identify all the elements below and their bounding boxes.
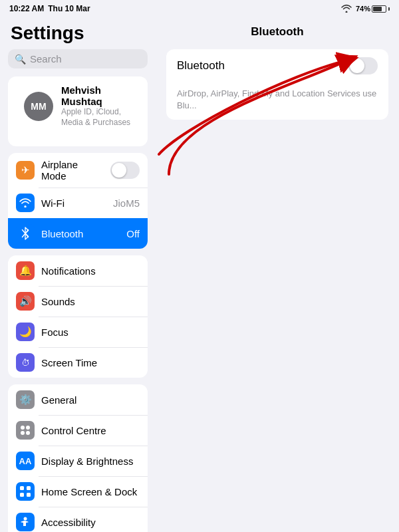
svg-rect-5 [27, 486, 31, 490]
date: Thu 10 Mar [48, 4, 90, 13]
user-info: Mehvish Mushtaq Apple ID, iCloud, Media … [61, 84, 132, 128]
general-icon: ⚙️ [16, 390, 35, 409]
detail-title: Bluetooth [156, 16, 399, 44]
connectivity-group: ✈ Airplane Mode Wi-Fi JioM5 [8, 153, 148, 249]
airplane-icon: ✈ [16, 161, 35, 180]
detail-panel: Bluetooth Bluetooth AirDrop, AirPlay, Fi… [156, 16, 399, 125]
bluetooth-label: Bluetooth [41, 228, 120, 239]
notifications-icon: 🔔 [16, 261, 35, 280]
search-input[interactable] [30, 53, 141, 65]
controlcentre-label: Control Centre [41, 425, 140, 436]
sidebar-item-homescreen[interactable]: Home Screen & Dock [8, 476, 148, 507]
sidebar-item-display[interactable]: AA Display & Brightness [8, 446, 148, 476]
battery-indicator: 74% [356, 5, 390, 13]
sidebar: Settings 🔍 MM Mehvish Mushtaq Apple ID, … [0, 16, 156, 532]
svg-point-0 [21, 426, 25, 430]
bluetooth-value: Off [126, 228, 140, 239]
airplane-label: Airplane Mode [41, 159, 104, 182]
bluetooth-settings-icon [16, 224, 35, 243]
svg-point-1 [26, 426, 30, 430]
display-label: Display & Brightness [41, 456, 140, 467]
svg-rect-7 [27, 493, 31, 497]
screentime-icon: ⏱ [16, 353, 35, 372]
svg-rect-6 [20, 493, 24, 497]
wifi-settings-icon [16, 194, 35, 212]
avatar: MM [24, 92, 53, 121]
bluetooth-detail-label: Bluetooth [177, 59, 225, 72]
sidebar-item-wifi[interactable]: Wi-Fi JioM5 [8, 188, 148, 218]
bluetooth-toggle[interactable] [348, 57, 378, 74]
controlcentre-icon [16, 421, 35, 440]
battery-percent: 74% [356, 5, 370, 13]
bluetooth-row: Bluetooth [166, 49, 388, 82]
wifi-value: JioM5 [113, 198, 140, 209]
sidebar-item-bluetooth[interactable]: Bluetooth Off [8, 218, 148, 249]
sidebar-title: Settings [0, 16, 156, 49]
focus-icon: 🌙 [16, 323, 35, 341]
svg-point-2 [21, 431, 25, 435]
search-icon: 🔍 [15, 54, 26, 65]
user-subtitle: Apple ID, iCloud, Media & Purchases [61, 107, 132, 128]
status-left: 10:22 AM Thu 10 Mar [9, 4, 90, 13]
airplane-toggle[interactable] [110, 162, 140, 179]
focus-label: Focus [41, 327, 140, 338]
sidebar-item-airplane[interactable]: ✈ Airplane Mode [8, 153, 148, 188]
sidebar-item-notifications[interactable]: 🔔 Notifications [8, 255, 148, 286]
svg-point-3 [26, 431, 30, 435]
bluetooth-section: Bluetooth AirDrop, AirPlay, Find My and … [166, 49, 388, 120]
sidebar-item-focus[interactable]: 🌙 Focus [8, 317, 148, 347]
system-group: ⚙️ General Control Centre AA [8, 384, 148, 532]
user-profile-group[interactable]: MM Mehvish Mushtaq Apple ID, iCloud, Med… [8, 76, 148, 146]
sidebar-item-sounds[interactable]: 🔊 Sounds [8, 286, 148, 317]
homescreen-label: Home Screen & Dock [41, 486, 140, 497]
sidebar-item-accessibility[interactable]: Accessibility [8, 507, 148, 532]
general-label: General [41, 394, 140, 406]
detail-area: Bluetooth Bluetooth AirDrop, AirPlay, Fi… [156, 16, 399, 532]
sidebar-item-controlcentre[interactable]: Control Centre [8, 415, 148, 446]
status-bar: 10:22 AM Thu 10 Mar 74% [0, 0, 399, 16]
wifi-icon [341, 5, 352, 13]
user-name: Mehvish Mushtaq [61, 84, 132, 107]
wifi-label: Wi-Fi [41, 198, 106, 209]
svg-rect-4 [20, 486, 24, 490]
sidebar-item-screentime[interactable]: ⏱ Screen Time [8, 347, 148, 378]
screentime-label: Screen Time [41, 357, 140, 368]
notifications-label: Notifications [41, 265, 140, 277]
accessibility-icon [16, 513, 35, 531]
time: 10:22 AM [9, 4, 44, 13]
sounds-icon: 🔊 [16, 292, 35, 311]
sounds-label: Sounds [41, 296, 140, 307]
search-bar[interactable]: 🔍 [8, 49, 148, 68]
user-profile[interactable]: MM Mehvish Mushtaq Apple ID, iCloud, Med… [16, 76, 140, 136]
status-right: 74% [341, 5, 390, 13]
accessibility-label: Accessibility [41, 517, 140, 528]
notifications-group: 🔔 Notifications 🔊 Sounds 🌙 Focus ⏱ [8, 255, 148, 378]
bluetooth-caption: AirDrop, AirPlay, Find My and Location S… [166, 82, 388, 120]
svg-point-8 [24, 517, 27, 521]
display-icon: AA [16, 452, 35, 470]
sidebar-item-general[interactable]: ⚙️ General [8, 384, 148, 415]
homescreen-icon [16, 482, 35, 501]
